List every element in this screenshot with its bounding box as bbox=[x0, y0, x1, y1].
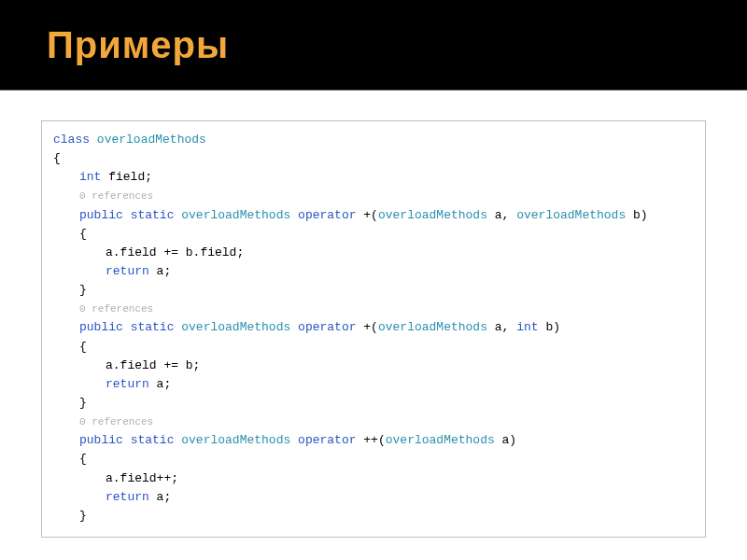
type-name: overloadMethods bbox=[181, 320, 290, 334]
keyword-class: class bbox=[53, 133, 90, 147]
code-line: return a; bbox=[53, 488, 694, 507]
text: a, bbox=[487, 208, 516, 222]
code-line: { bbox=[53, 338, 694, 357]
code-block: class overloadMethods { int field; 0 ref… bbox=[41, 120, 706, 538]
codelens-references: 0 references bbox=[53, 413, 694, 431]
keyword-return: return bbox=[106, 490, 149, 504]
code-line: } bbox=[53, 507, 694, 525]
keyword-static: static bbox=[131, 433, 175, 447]
references-label: 0 references bbox=[79, 190, 153, 202]
codelens-references: 0 references bbox=[53, 187, 694, 205]
text: b) bbox=[626, 208, 647, 222]
keyword-public: public bbox=[79, 320, 123, 334]
text: +( bbox=[357, 208, 378, 222]
keyword-return: return bbox=[106, 264, 149, 278]
spacer bbox=[0, 91, 747, 107]
code-line: public static overloadMethods operator +… bbox=[53, 206, 694, 225]
brace: { bbox=[79, 340, 87, 354]
code-line: a.field += b.field; bbox=[53, 244, 694, 262]
text: b) bbox=[539, 320, 560, 334]
brace: { bbox=[79, 227, 87, 241]
title-band: Примеры bbox=[0, 0, 747, 90]
type-name: overloadMethods bbox=[386, 433, 495, 447]
keyword-int: int bbox=[79, 170, 101, 184]
keyword-public: public bbox=[79, 433, 123, 447]
space bbox=[123, 433, 131, 447]
code-line: a.field += b; bbox=[53, 357, 694, 375]
type-name: overloadMethods bbox=[97, 133, 206, 147]
keyword-operator: operator bbox=[298, 433, 356, 447]
text: a; bbox=[149, 490, 171, 504]
code-line: } bbox=[53, 394, 694, 413]
code-line: { bbox=[53, 450, 694, 469]
brace: } bbox=[79, 509, 87, 523]
code-line: public static overloadMethods operator +… bbox=[53, 431, 694, 450]
keyword-static: static bbox=[131, 208, 175, 222]
keyword-return: return bbox=[106, 377, 149, 391]
text: a) bbox=[495, 433, 516, 447]
codelens-references: 0 references bbox=[53, 300, 694, 318]
brace: } bbox=[79, 283, 87, 297]
space bbox=[290, 433, 298, 447]
text: a; bbox=[149, 377, 171, 391]
keyword-public: public bbox=[79, 208, 123, 222]
space bbox=[90, 133, 97, 147]
type-name: overloadMethods bbox=[378, 320, 487, 334]
text: a.field += b; bbox=[106, 358, 200, 372]
code-line: } bbox=[53, 281, 694, 300]
code-line: { bbox=[53, 149, 694, 168]
code-line: { bbox=[53, 225, 694, 244]
brace: } bbox=[79, 396, 87, 410]
references-label: 0 references bbox=[79, 303, 153, 315]
code-line: return a; bbox=[53, 262, 694, 281]
keyword-operator: operator bbox=[298, 320, 356, 334]
space bbox=[290, 320, 298, 334]
keyword-int: int bbox=[516, 320, 538, 334]
keyword-static: static bbox=[131, 320, 175, 334]
type-name: overloadMethods bbox=[181, 433, 290, 447]
code-line: public static overloadMethods operator +… bbox=[53, 318, 694, 337]
references-label: 0 references bbox=[79, 416, 153, 427]
keyword-operator: operator bbox=[298, 208, 356, 222]
type-name: overloadMethods bbox=[378, 208, 487, 222]
space bbox=[290, 208, 298, 222]
type-name: overloadMethods bbox=[516, 208, 626, 222]
brace: { bbox=[53, 151, 61, 165]
code-line: class overloadMethods bbox=[53, 131, 694, 149]
space bbox=[123, 208, 131, 222]
text: a, bbox=[487, 320, 516, 334]
code-line: int field; bbox=[53, 168, 694, 187]
slide-title: Примеры bbox=[47, 24, 229, 66]
text: a.field += b.field; bbox=[106, 245, 244, 259]
text: a; bbox=[149, 264, 171, 278]
text: field; bbox=[101, 170, 152, 184]
brace: { bbox=[79, 452, 87, 466]
type-name: overloadMethods bbox=[181, 208, 290, 222]
space bbox=[123, 320, 131, 334]
text: a.field++; bbox=[106, 471, 178, 485]
code-line: a.field++; bbox=[53, 469, 694, 488]
text: ++( bbox=[357, 433, 386, 447]
code-line: return a; bbox=[53, 375, 694, 394]
text: +( bbox=[357, 320, 378, 334]
